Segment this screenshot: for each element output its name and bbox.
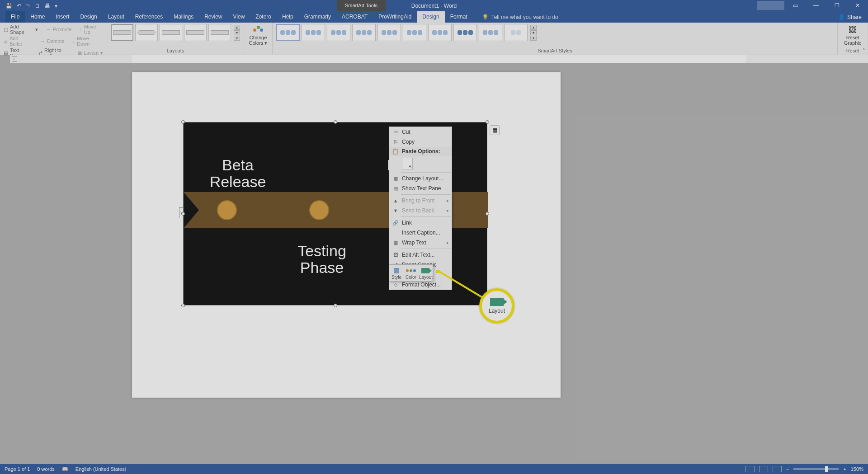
style-thumb-10[interactable] xyxy=(504,24,528,41)
ctx-edit-alt-text[interactable]: 🖼Edit Alt Text... xyxy=(389,250,452,260)
layout-thumb-3[interactable] xyxy=(160,24,182,41)
ribbon-display-icon[interactable]: ▭ xyxy=(785,0,806,11)
ctx-link[interactable]: 🔗Link xyxy=(389,218,452,228)
resize-handle-ml[interactable] xyxy=(181,212,185,216)
share-label: Share xyxy=(847,14,862,20)
resize-handle-bl[interactable] xyxy=(181,304,185,307)
layout-options-icon[interactable]: ▦ xyxy=(490,125,500,135)
tell-me-search[interactable]: 💡 Tell me what you want to do xyxy=(482,14,558,20)
ctx-send-to-back[interactable]: ▼Send to Back▸ xyxy=(389,206,452,216)
tab-file[interactable]: File xyxy=(5,11,25,23)
demote-button[interactable]: → Demote xyxy=(40,36,65,47)
smartart-text-3[interactable]: TestingPhase xyxy=(277,243,367,277)
resize-handle-tl[interactable] xyxy=(181,120,185,124)
page[interactable]: ◂ ▦ BetaRelease ProL TestingPhase xyxy=(132,72,561,398)
ctx-change-layout[interactable]: ▦Change Layout... xyxy=(389,174,452,183)
tab-home[interactable]: Home xyxy=(25,11,50,23)
add-bullet-button[interactable]: ≣ Add Bullet xyxy=(4,36,32,47)
tab-design-main[interactable]: Design xyxy=(75,11,102,23)
style-thumb-9[interactable] xyxy=(479,24,502,41)
qat-more-icon[interactable]: ▾ xyxy=(55,3,57,9)
status-page[interactable]: Page 1 of 1 xyxy=(5,466,30,472)
tab-review[interactable]: Review xyxy=(199,11,227,23)
tab-smartart-design[interactable]: Design xyxy=(417,11,444,23)
mini-color-button[interactable]: Color xyxy=(404,265,418,281)
layout-thumb-5[interactable] xyxy=(208,24,231,41)
add-shape-button[interactable]: ▢ Add Shape ▾ xyxy=(4,24,38,35)
style-thumb-4[interactable] xyxy=(352,24,376,41)
view-web-layout[interactable] xyxy=(773,466,782,472)
resize-handle-mr[interactable] xyxy=(486,212,489,216)
close-icon[interactable]: ✕ xyxy=(847,0,868,11)
style-thumb-8[interactable] xyxy=(453,24,477,41)
ribbon-tabs: File Home Insert Design Layout Reference… xyxy=(0,11,868,23)
share-button[interactable]: 👤 Share xyxy=(838,14,862,20)
zoom-slider[interactable] xyxy=(793,468,839,470)
ctx-bring-to-front[interactable]: ▲Bring to Front▸ xyxy=(389,196,452,206)
style-thumb-1[interactable] xyxy=(276,24,300,41)
styles-gallery-scroll[interactable]: ▴▾▾ xyxy=(530,25,537,41)
tab-layout[interactable]: Layout xyxy=(103,11,130,23)
tab-smartart-format[interactable]: Format xyxy=(445,11,473,23)
maximize-icon[interactable]: ❐ xyxy=(826,0,847,11)
style-thumb-2[interactable] xyxy=(302,24,325,41)
ctx-cut[interactable]: ✂Cut xyxy=(389,127,452,137)
ctx-wrap-text[interactable]: ▦Wrap Text▸ xyxy=(389,238,452,248)
resize-handle-tm[interactable] xyxy=(334,120,337,124)
tab-prowritingaid[interactable]: ProWritingAid xyxy=(373,11,417,23)
layouts-gallery-scroll[interactable]: ▴▾▾ xyxy=(234,25,240,41)
mini-style-button[interactable]: Style xyxy=(389,265,404,281)
style-thumb-3[interactable] xyxy=(327,24,350,41)
layout-thumb-4[interactable] xyxy=(184,24,207,41)
bring-front-icon: ▲ xyxy=(392,198,399,203)
smartart-text-1[interactable]: BetaRelease xyxy=(202,157,274,191)
minimize-icon[interactable]: — xyxy=(806,0,826,11)
style-thumb-5[interactable] xyxy=(377,24,401,41)
status-words[interactable]: 0 words xyxy=(37,466,55,472)
tab-help[interactable]: Help xyxy=(277,11,299,23)
style-thumb-7[interactable] xyxy=(428,24,452,41)
layout-thumb-2[interactable] xyxy=(135,24,158,41)
ctx-copy[interactable]: ⎘Copy xyxy=(389,137,452,147)
ctx-show-text-pane[interactable]: ▤Show Text Pane xyxy=(389,183,452,193)
new-doc-icon[interactable]: 🗋 xyxy=(35,3,40,9)
zoom-out-icon[interactable]: − xyxy=(786,466,789,472)
redo-icon[interactable]: ↷ xyxy=(26,3,30,9)
ribbon: ▢ Add Shape ▾ ← Promote ↑ Move Up ≣ Add … xyxy=(0,23,868,55)
status-language[interactable]: English (United States) xyxy=(75,466,127,472)
tab-references[interactable]: References xyxy=(130,11,168,23)
move-up-button[interactable]: ↑ Move Up xyxy=(80,24,103,35)
callout-layout-label: Layout xyxy=(489,308,505,314)
tab-grammarly[interactable]: Grammarly xyxy=(299,11,336,23)
save-icon[interactable]: 💾 xyxy=(5,3,12,9)
change-colors-button[interactable]: Change Colors ▾ xyxy=(248,24,269,46)
mini-layout-button[interactable]: Layout xyxy=(418,265,433,281)
zoom-level[interactable]: 150% xyxy=(851,466,863,472)
smartart-node-2[interactable] xyxy=(309,200,329,220)
move-down-button[interactable]: ↓ Move Down xyxy=(73,36,103,47)
view-read-mode[interactable] xyxy=(745,466,755,472)
ctx-insert-caption[interactable]: Insert Caption... xyxy=(389,228,452,238)
tab-insert[interactable]: Insert xyxy=(50,11,75,23)
tab-view[interactable]: View xyxy=(228,11,250,23)
reset-graphic-button[interactable]: 🖼 ResetGraphic xyxy=(841,24,864,46)
tab-mailings[interactable]: Mailings xyxy=(168,11,199,23)
undo-icon[interactable]: ↶ xyxy=(17,3,21,9)
resize-handle-bm[interactable] xyxy=(334,304,337,307)
smartart-node-1[interactable] xyxy=(217,200,237,220)
status-proofing-icon[interactable]: 📖 xyxy=(62,466,68,472)
account-badge[interactable] xyxy=(757,1,784,10)
promote-button[interactable]: ← Promote xyxy=(46,24,72,35)
style-thumb-6[interactable] xyxy=(403,24,426,41)
ctx-paste-option-keep-text[interactable] xyxy=(389,156,452,171)
group-change-colors: Change Colors ▾ xyxy=(244,23,273,55)
zoom-in-icon[interactable]: + xyxy=(843,466,846,472)
resize-handle-tr[interactable] xyxy=(486,120,489,124)
tab-acrobat[interactable]: ACROBAT xyxy=(336,11,373,23)
layout-thumb-1[interactable] xyxy=(111,24,133,41)
collapse-ribbon-icon[interactable]: ˄ xyxy=(863,48,865,54)
tab-zotero[interactable]: Zotero xyxy=(250,11,277,23)
print-icon[interactable]: 🖶 xyxy=(45,3,50,9)
view-print-layout[interactable] xyxy=(759,466,768,472)
tab-selector[interactable]: L xyxy=(12,56,17,62)
